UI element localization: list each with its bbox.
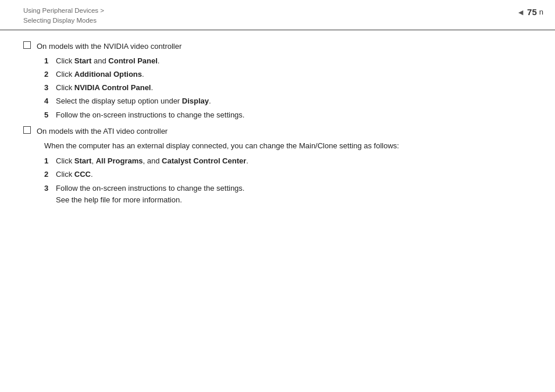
step-number: 1 <box>44 155 56 167</box>
step-content: Click CCC. <box>56 169 93 180</box>
ati-bullet-text: On models with the ATI video controller <box>37 126 168 137</box>
nvidia-bullet-text: On models with the NVIDIA video controll… <box>37 41 182 52</box>
nvidia-step-2: 2 Click Additional Options. <box>44 69 532 80</box>
step-number: 3 <box>44 183 56 194</box>
nvidia-step-3: 3 Click NVIDIA Control Panel. <box>44 82 532 94</box>
step-content: Follow the on-screen instructions to cha… <box>56 183 244 206</box>
checkbox-icon <box>23 126 31 134</box>
step-number: 2 <box>44 69 56 80</box>
step-content: Select the display setup option under Di… <box>56 95 211 107</box>
step-line2: See the help file for more information. <box>56 194 244 206</box>
ati-sub-para: When the computer has an external displa… <box>44 140 532 152</box>
main-content: On models with the NVIDIA video controll… <box>0 30 555 220</box>
step-content: Click Start, All Programs, and Catalyst … <box>56 155 248 167</box>
step-number: 2 <box>44 169 56 180</box>
page-header: Using Peripheral Devices > Selecting Dis… <box>0 0 555 30</box>
nvidia-steps: 1 Click Start and Control Panel. 2 Click… <box>44 55 532 121</box>
step-content: Click Start and Control Panel. <box>56 55 159 67</box>
ati-steps: 1 Click Start, All Programs, and Catalys… <box>44 155 532 206</box>
checkbox-icon <box>23 41 31 49</box>
step-number: 5 <box>44 109 56 121</box>
nvidia-step-4: 4 Select the display setup option under … <box>44 95 532 107</box>
page-number-area: ◄ 75 n <box>517 6 543 17</box>
ati-step-2: 2 Click CCC. <box>44 169 532 180</box>
step-line1: Follow the on-screen instructions to cha… <box>56 183 244 194</box>
page-label: n <box>539 8 543 16</box>
nvidia-step-1: 1 Click Start and Control Panel. <box>44 55 532 67</box>
step-content: Click Additional Options. <box>56 69 144 80</box>
nvidia-step-5: 5 Follow the on-screen instructions to c… <box>44 109 532 121</box>
breadcrumb-line1: Using Peripheral Devices > <box>23 6 104 16</box>
step-number: 4 <box>44 95 56 107</box>
step-content: Click NVIDIA Control Panel. <box>56 82 153 94</box>
step-content: Follow the on-screen instructions to cha… <box>56 109 244 121</box>
step-number: 3 <box>44 82 56 94</box>
ati-step-1: 1 Click Start, All Programs, and Catalys… <box>44 155 532 167</box>
breadcrumb-line2: Selecting Display Modes <box>23 16 104 26</box>
breadcrumb: Using Peripheral Devices > Selecting Dis… <box>23 6 104 26</box>
step-number: 1 <box>44 55 56 67</box>
ati-step-3: 3 Follow the on-screen instructions to c… <box>44 183 532 206</box>
nvidia-section: On models with the NVIDIA video controll… <box>23 41 532 52</box>
page-number: 75 <box>527 7 537 17</box>
ati-section: On models with the ATI video controller <box>23 126 532 137</box>
prev-arrow-icon: ◄ <box>517 8 525 17</box>
